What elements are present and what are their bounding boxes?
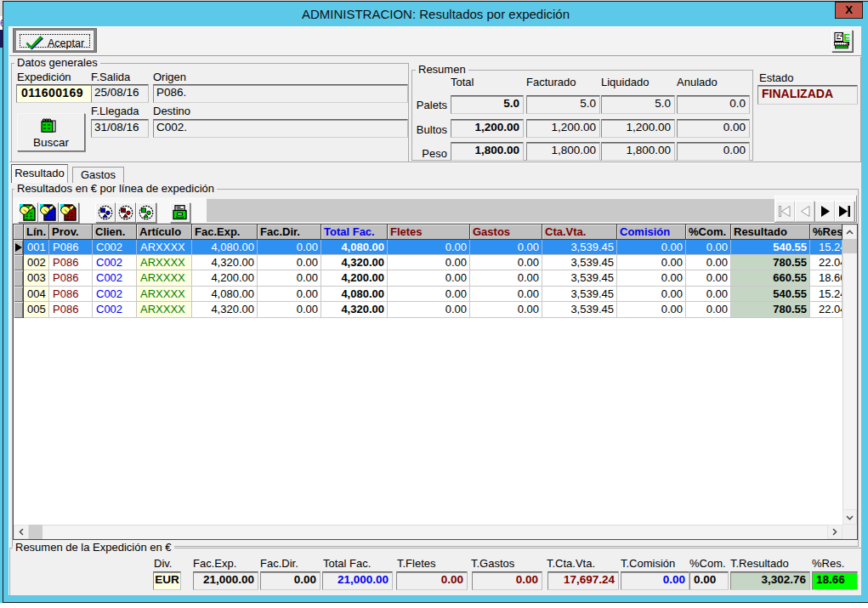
svg-text:E: E [843,32,850,43]
